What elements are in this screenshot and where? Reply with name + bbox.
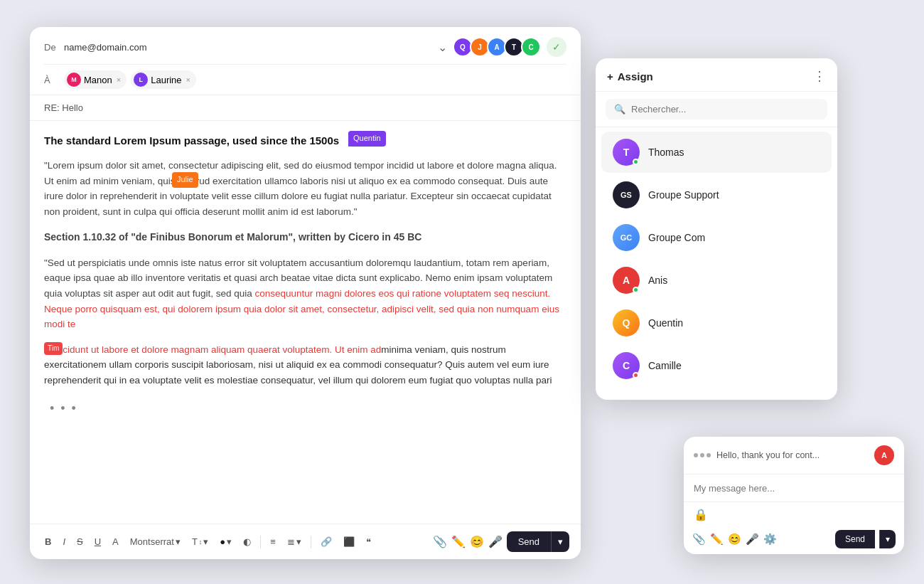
toolbar-sep-1 bbox=[260, 536, 261, 548]
lock-icon-area: 🔒 bbox=[684, 502, 904, 524]
color-button[interactable]: ●▾ bbox=[216, 534, 235, 549]
body-heading: The standard Lorem Ipsum passage, used s… bbox=[44, 132, 566, 149]
chat-footer: 📎 ✏️ 😊 🎤 ⚙️ Send ▾ bbox=[684, 524, 904, 554]
emoji-button[interactable]: 😊 bbox=[470, 535, 484, 548]
assign-list: T Thomas GS Groupe Support GC Groupe Com… bbox=[596, 127, 837, 400]
anis-avatar: A bbox=[613, 267, 640, 294]
highlight-button[interactable]: ◐ bbox=[240, 534, 254, 549]
groupe-support-name: Groupe Support bbox=[648, 189, 719, 201]
quote-button[interactable]: ❝ bbox=[362, 534, 375, 549]
chat-attach-button[interactable]: 📎 bbox=[692, 533, 706, 546]
assign-item-anis[interactable]: A Anis bbox=[601, 260, 832, 301]
laurine-avatar: L bbox=[134, 73, 148, 87]
toolbar-sep-2 bbox=[311, 536, 311, 548]
strikethrough-button[interactable]: S bbox=[73, 534, 87, 549]
camille-avatar: C bbox=[613, 352, 640, 379]
quentin-name: Quentin bbox=[648, 317, 683, 329]
assign-panel: + Assign ⋮ 🔍 T Thomas GS Groupe Support bbox=[596, 58, 837, 400]
assign-title-button[interactable]: + Assign bbox=[607, 70, 653, 83]
italic-button[interactable]: I bbox=[59, 534, 69, 549]
assign-item-groupe-com[interactable]: GC Groupe Com bbox=[601, 217, 832, 258]
groupe-support-avatar: GS bbox=[613, 181, 640, 208]
email-header: De name@domain.com ⌄ Q J A T C ✓ À M Man… bbox=[30, 27, 581, 95]
link-icon: 🔗 bbox=[321, 536, 332, 547]
search-input[interactable] bbox=[631, 104, 819, 115]
laurine-name: Laurine bbox=[151, 75, 181, 85]
from-label: De bbox=[44, 42, 64, 53]
chat-mic-button[interactable]: 🎤 bbox=[746, 533, 759, 546]
lock-icon: 🔒 bbox=[694, 509, 708, 521]
chat-input-area bbox=[684, 474, 904, 502]
assign-header: + Assign ⋮ bbox=[596, 58, 837, 92]
dot-3 bbox=[707, 453, 711, 457]
assign-search-area: 🔍 bbox=[596, 92, 837, 127]
email-toolbar: B I S U A Montserrat ▾ T↕▾ ●▾ ◐ ≡ ≣▾ 🔗 ⬛… bbox=[30, 524, 581, 559]
color-icon: ● bbox=[220, 536, 225, 547]
more-button[interactable]: • • • bbox=[44, 398, 83, 419]
assign-item-thomas[interactable]: T Thomas bbox=[601, 132, 832, 173]
camille-status-dot bbox=[633, 372, 639, 378]
recipient-laurine: L Laurine × bbox=[131, 70, 196, 89]
laurine-remove[interactable]: × bbox=[186, 75, 190, 84]
manon-remove[interactable]: × bbox=[117, 75, 121, 84]
chat-settings-button[interactable]: ⚙️ bbox=[763, 533, 777, 546]
mic-button[interactable]: 🎤 bbox=[488, 535, 503, 548]
manon-name: Manon bbox=[84, 75, 112, 85]
plus-icon: + bbox=[607, 70, 613, 83]
underline-button[interactable]: U bbox=[91, 534, 104, 549]
image-button[interactable]: ⬛ bbox=[340, 534, 358, 549]
chat-user-avatar: A bbox=[874, 445, 894, 465]
font-chevron-icon: ▾ bbox=[176, 536, 181, 547]
assign-more-button[interactable]: ⋮ bbox=[813, 68, 826, 84]
assign-item-groupe-support[interactable]: GS Groupe Support bbox=[601, 174, 832, 216]
tim-cursor-label: Tim bbox=[44, 342, 63, 355]
chat-preview-text: Hello, thank you for cont... bbox=[716, 450, 869, 460]
font-button[interactable]: A bbox=[109, 534, 122, 549]
camille-name: Camille bbox=[648, 360, 682, 371]
chat-send-chevron-button[interactable]: ▾ bbox=[879, 530, 896, 548]
assign-item-quentin[interactable]: Q Quentin bbox=[601, 302, 832, 344]
attach-button[interactable]: 📎 bbox=[433, 535, 447, 548]
bold-button[interactable]: B bbox=[41, 534, 55, 549]
anis-name: Anis bbox=[648, 275, 667, 286]
font-name: Montserrat bbox=[130, 536, 174, 547]
assign-item-camille[interactable]: C Camille bbox=[601, 345, 832, 386]
link-button[interactable]: 🔗 bbox=[317, 534, 335, 549]
section-title: Section 1.10.32 of "de Finibus Bonorum e… bbox=[44, 229, 566, 245]
send-btn-group: Send ▾ bbox=[507, 531, 569, 552]
send-button[interactable]: Send bbox=[507, 531, 551, 552]
thomas-name: Thomas bbox=[648, 147, 684, 158]
edit-button[interactable]: ✏️ bbox=[451, 535, 466, 548]
julie-cursor: Julie bbox=[172, 172, 173, 186]
thomas-avatar: T bbox=[613, 139, 640, 166]
list-icon: ≡ bbox=[270, 536, 276, 547]
recipient-manon: M Manon × bbox=[64, 70, 127, 89]
font-family-button[interactable]: Montserrat ▾ bbox=[127, 534, 184, 549]
check-button[interactable]: ✓ bbox=[547, 37, 566, 57]
email-to-row: À M Manon × L Laurine × bbox=[44, 65, 566, 95]
email-body[interactable]: Quentin The standard Lorem Ipsum passage… bbox=[30, 121, 581, 524]
from-actions: ⌄ Q J A T C ✓ bbox=[438, 37, 566, 57]
dot-1 bbox=[694, 453, 698, 457]
chevron-down-button[interactable]: ⌄ bbox=[438, 41, 447, 54]
list-button[interactable]: ≡ bbox=[267, 534, 279, 549]
chat-dots bbox=[694, 453, 711, 457]
chat-edit-button[interactable]: ✏️ bbox=[710, 533, 724, 546]
quote-icon: ❝ bbox=[366, 536, 371, 547]
chat-emoji-button[interactable]: 😊 bbox=[728, 533, 741, 546]
text-size-button[interactable]: T↕▾ bbox=[188, 534, 212, 549]
body-paragraph-1: "Lorem ipsum dolor sit amet, consectetur… bbox=[44, 158, 566, 219]
chat-send-button[interactable]: Send bbox=[835, 530, 875, 548]
assign-title: Assign bbox=[618, 70, 653, 83]
groupe-com-name: Groupe Com bbox=[648, 232, 705, 243]
chat-input[interactable] bbox=[694, 483, 894, 494]
email-from-row: De name@domain.com ⌄ Q J A T C ✓ bbox=[44, 37, 566, 65]
align-icon: ≣ bbox=[287, 536, 295, 547]
body-paragraph-2: "Sed ut perspiciatis unde omnis iste nat… bbox=[44, 255, 566, 332]
send-chevron-button[interactable]: ▾ bbox=[551, 531, 569, 552]
from-address: name@domain.com bbox=[64, 42, 438, 53]
align-button[interactable]: ≣▾ bbox=[284, 534, 305, 549]
manon-avatar: M bbox=[67, 73, 81, 87]
font-label: A bbox=[112, 536, 119, 547]
avatar-c: C bbox=[521, 37, 541, 57]
